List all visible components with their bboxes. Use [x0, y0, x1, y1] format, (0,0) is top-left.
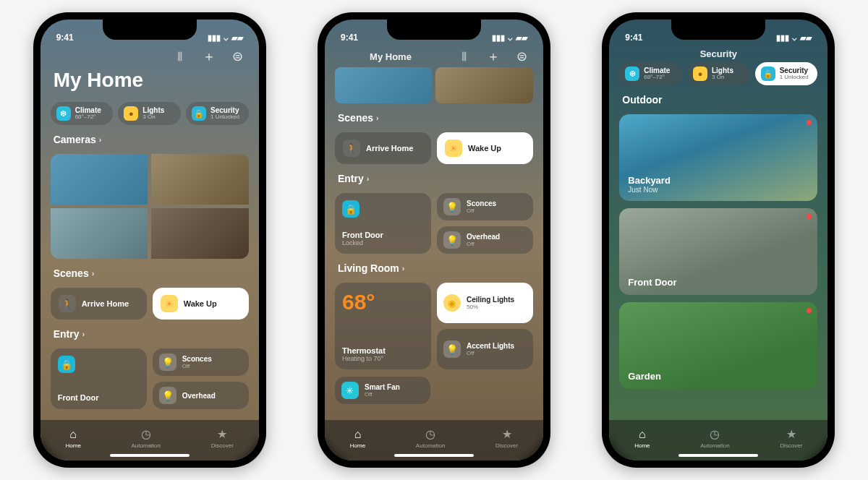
camera-thumb[interactable]: [151, 154, 249, 205]
tab-discover[interactable]: ★Discover: [780, 427, 802, 449]
category-chips: ❆ Climate68°–72° ● Lights3 On 🔒 Security…: [51, 102, 249, 125]
tile-ceiling-lights[interactable]: ◉ Ceiling Lights50%: [437, 283, 533, 323]
more-icon[interactable]: ⊜: [514, 48, 530, 64]
bulb-icon: 💡: [443, 340, 461, 358]
sunrise-icon: ☀: [445, 140, 462, 157]
chip-climate[interactable]: ❆ Climate68°–72°: [619, 62, 682, 85]
tile-overhead[interactable]: 💡 Overhead: [153, 382, 249, 409]
automation-icon: ◷: [141, 427, 151, 441]
tab-automation[interactable]: ◷Automation: [700, 427, 729, 449]
tab-automation[interactable]: ◷Automation: [132, 427, 161, 449]
section-outdoor: Outdoor: [619, 93, 817, 107]
top-toolbar: My Home ⦀ ＋ ⊜: [325, 44, 543, 67]
camera-grid[interactable]: [51, 154, 249, 259]
ceiling-light-icon: ◉: [443, 294, 461, 312]
thermostat-temp: 68°: [342, 290, 424, 314]
recording-indicator-icon: [807, 214, 812, 219]
tab-discover[interactable]: ★Discover: [495, 427, 518, 449]
tab-discover[interactable]: ★Discover: [211, 427, 234, 449]
content: ❆ Climate68°–72° ● Lights3 On 🔒 Security…: [609, 62, 827, 420]
scene-arrive-home[interactable]: 🚶 Arrive Home: [335, 132, 431, 164]
home-indicator[interactable]: [110, 454, 190, 457]
chevron-right-icon: ›: [82, 330, 85, 338]
status-time: 9:41: [341, 33, 358, 43]
tab-home[interactable]: ⌂Home: [634, 428, 650, 449]
tile-smart-fan[interactable]: ✳ Smart FanOff: [335, 377, 430, 404]
chevron-right-icon: ›: [376, 113, 379, 122]
recording-indicator-icon: [807, 308, 812, 313]
announce-icon[interactable]: ⦀: [172, 48, 188, 64]
walking-icon: 🚶: [59, 295, 76, 312]
announce-icon[interactable]: ⦀: [456, 48, 472, 64]
notch: [387, 20, 481, 40]
bulb-icon: 💡: [443, 231, 461, 249]
tile-front-door[interactable]: 🔒 Front DoorLocked: [335, 193, 431, 254]
phone-3: 9:41 ▮▮▮⌵▰▰ Security ❆ Climate68°–72° ● …: [602, 12, 835, 468]
home-indicator[interactable]: [678, 454, 758, 457]
star-icon: ★: [502, 427, 512, 441]
top-toolbar: ⦀ ＋ ⊜: [41, 44, 259, 67]
camera-strip[interactable]: [335, 67, 533, 103]
section-entry[interactable]: Entry›: [51, 327, 249, 341]
home-icon: ⌂: [639, 428, 646, 441]
chip-lights[interactable]: ● Lights3 On: [118, 102, 181, 125]
tile-accent-lights[interactable]: 💡 Accent LightsOff: [437, 329, 533, 369]
bulb-icon: 💡: [159, 387, 176, 404]
lock-icon: 🔒: [342, 200, 359, 218]
home-icon: ⌂: [69, 428, 77, 441]
automation-icon: ◷: [425, 427, 435, 441]
tab-home[interactable]: ⌂Home: [66, 428, 81, 449]
bulb-icon: 💡: [159, 353, 176, 371]
chip-sub: 3 On: [142, 114, 164, 120]
status-icons: ▮▮▮⌵▰▰: [492, 33, 527, 43]
scene-arrive-home[interactable]: 🚶 Arrive Home: [51, 288, 147, 320]
tile-sconces[interactable]: 💡 SconcesOff: [437, 193, 533, 220]
tile-front-door[interactable]: 🔒 Front Door: [51, 348, 147, 409]
tile-thermostat[interactable]: 68° ThermostatHeating to 70°: [335, 283, 431, 369]
chip-sub: 1 Unlocked: [210, 114, 239, 120]
tile-sconces[interactable]: 💡 SconcesOff: [153, 348, 249, 376]
climate-icon: ❆: [625, 67, 639, 81]
add-icon[interactable]: ＋: [201, 48, 217, 64]
chip-lights[interactable]: ● Lights3 On: [687, 62, 750, 85]
top-toolbar: Security: [609, 44, 827, 62]
chevron-right-icon: ›: [367, 174, 370, 183]
add-icon[interactable]: ＋: [485, 48, 501, 64]
camera-thumb[interactable]: [151, 208, 249, 259]
camera-thumb[interactable]: [51, 154, 148, 205]
chip-climate[interactable]: ❆ Climate68°–72°: [51, 102, 114, 125]
chevron-right-icon: ›: [99, 135, 102, 144]
more-icon[interactable]: ⊜: [230, 48, 246, 64]
home-indicator[interactable]: [394, 454, 474, 457]
section-scenes[interactable]: Scenes›: [51, 266, 249, 280]
camera-thumb[interactable]: [435, 67, 533, 103]
lock-icon: 🔒: [58, 356, 75, 373]
section-cameras[interactable]: Cameras›: [51, 132, 249, 147]
status-icons: ▮▮▮⌵▰▰: [208, 33, 243, 43]
camera-backyard[interactable]: BackyardJust Now: [619, 114, 817, 201]
chip-security[interactable]: 🔒 Security1 Unlocked: [186, 102, 249, 125]
scene-wake-up[interactable]: ☀ Wake Up: [437, 132, 533, 164]
scene-wake-up[interactable]: ☀ Wake Up: [153, 288, 249, 320]
content: Scenes› 🚶 Arrive Home ☀ Wake Up Entry› 🔒…: [325, 67, 543, 420]
lights-icon: ●: [124, 106, 138, 121]
section-entry[interactable]: Entry›: [335, 171, 533, 186]
chevron-right-icon: ›: [92, 269, 95, 278]
sunrise-icon: ☀: [161, 295, 178, 312]
status-time: 9:41: [625, 33, 642, 43]
section-living-room[interactable]: Living Room›: [335, 261, 533, 275]
bulb-icon: 💡: [443, 198, 461, 215]
section-scenes[interactable]: Scenes›: [335, 111, 533, 125]
camera-garden[interactable]: Garden: [619, 302, 817, 389]
camera-thumb[interactable]: [335, 67, 433, 103]
tab-automation[interactable]: ◷Automation: [416, 427, 445, 449]
content: My Home ❆ Climate68°–72° ● Lights3 On 🔒 …: [41, 67, 259, 420]
camera-front-door[interactable]: Front Door: [619, 208, 817, 295]
notch: [103, 20, 197, 40]
category-chips: ❆ Climate68°–72° ● Lights3 On 🔒 Security…: [619, 62, 817, 85]
tile-overhead[interactable]: 💡 OverheadOff: [437, 226, 533, 254]
camera-thumb[interactable]: [51, 208, 148, 259]
tab-home[interactable]: ⌂Home: [350, 428, 365, 449]
screen-title: Security: [700, 48, 737, 59]
chip-security[interactable]: 🔒 Security1 Unlocked: [755, 62, 818, 85]
